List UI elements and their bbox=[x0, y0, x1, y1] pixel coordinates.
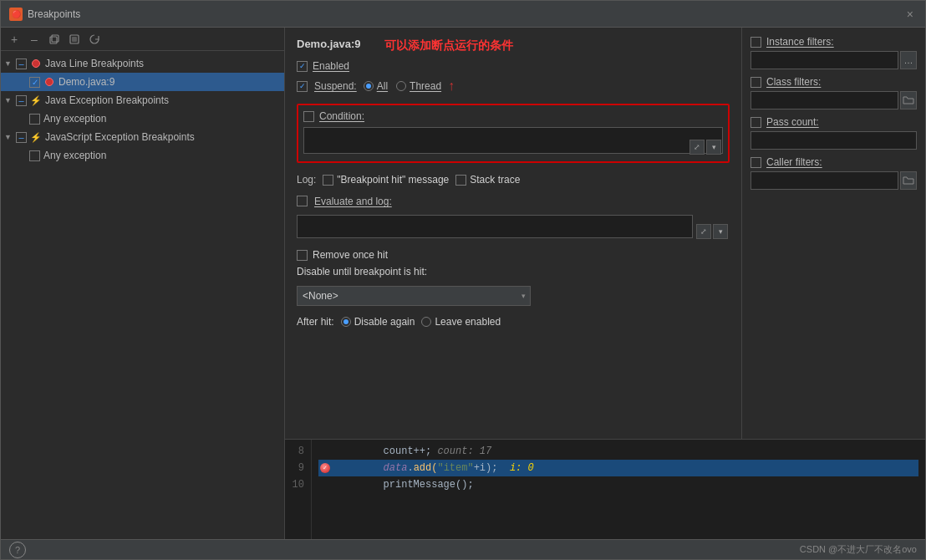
code-string: "item" bbox=[437, 460, 473, 476]
close-button[interactable]: × bbox=[903, 8, 917, 21]
disable-again-item[interactable]: Disable again bbox=[341, 316, 415, 328]
tree-item[interactable]: Any exception bbox=[1, 146, 284, 165]
eval-checkbox[interactable] bbox=[297, 196, 308, 206]
suspend-checkbox[interactable] bbox=[297, 81, 308, 92]
line-numbers: 8 9 10 bbox=[285, 440, 312, 539]
instance-filters-label: Instance filters: bbox=[766, 36, 834, 48]
disable-until-row: Disable until breakpoint is hit: bbox=[297, 266, 730, 277]
bp-indicator-empty bbox=[318, 478, 332, 491]
class-filters-group: Class filters: bbox=[750, 76, 917, 109]
suspend-label: Suspend: bbox=[314, 80, 357, 92]
class-filters-folder-button[interactable] bbox=[900, 91, 917, 109]
caller-filters-folder-button[interactable] bbox=[900, 171, 917, 190]
item-checkbox[interactable] bbox=[29, 114, 40, 125]
log-message-checkbox[interactable] bbox=[323, 175, 333, 186]
line-number: 8 bbox=[292, 443, 304, 460]
code-method: add( bbox=[414, 460, 438, 476]
thread-radio[interactable] bbox=[396, 81, 406, 91]
eval-label: Evaluate and log: bbox=[314, 196, 392, 207]
remove-button[interactable]: – bbox=[26, 31, 43, 48]
instance-filters-group: Instance filters: … bbox=[750, 36, 917, 69]
class-filters-header: Class filters: bbox=[750, 76, 917, 88]
condition-input[interactable] bbox=[303, 127, 723, 154]
add-button[interactable]: + bbox=[6, 31, 23, 48]
left-panel: + – ▼ bbox=[1, 28, 285, 539]
paste-button[interactable] bbox=[66, 31, 83, 48]
log-stack-item: Stack trace bbox=[455, 174, 520, 186]
code-concat: +i); bbox=[474, 460, 510, 476]
code-area: 8 9 10 count++; count: 17 bbox=[285, 439, 925, 539]
bp-indicator: ✓ bbox=[318, 461, 332, 475]
bp-indicator-empty bbox=[318, 445, 332, 458]
dropdown-button[interactable]: ▾ bbox=[706, 140, 721, 155]
remove-once-label: Remove once hit bbox=[313, 249, 388, 261]
all-radio[interactable] bbox=[364, 81, 374, 91]
group-checkbox[interactable] bbox=[16, 132, 27, 143]
help-button[interactable]: ? bbox=[9, 542, 26, 558]
caller-filters-checkbox[interactable] bbox=[750, 157, 761, 168]
leave-enabled-label: Leave enabled bbox=[435, 316, 501, 328]
class-filters-input[interactable] bbox=[750, 91, 898, 109]
tree-item[interactable]: ▼ Java Line Breakpoints bbox=[1, 54, 284, 73]
enabled-checkbox[interactable] bbox=[297, 61, 308, 72]
tree-item[interactable]: ▼ ⚡ Java Exception Breakpoints bbox=[1, 91, 284, 109]
tree-item-label: Any exception bbox=[43, 150, 106, 161]
class-filters-checkbox[interactable] bbox=[750, 77, 761, 88]
all-radio-item[interactable]: All bbox=[364, 80, 388, 92]
restore-button[interactable] bbox=[86, 31, 103, 48]
instance-filters-input[interactable] bbox=[750, 51, 898, 69]
status-bar: ? CSDN @不进大厂不改名ovo bbox=[1, 539, 925, 559]
log-stack-checkbox[interactable] bbox=[455, 175, 466, 186]
right-form: Demo.java:9 可以添加断点运行的条件 Enabled Suspend: bbox=[285, 28, 741, 439]
condition-box: Condition: ⤢ ▾ bbox=[297, 104, 730, 163]
caller-filters-header: Caller filters: bbox=[750, 156, 917, 168]
group-checkbox[interactable] bbox=[16, 95, 27, 106]
dialog-title: Breakpoints bbox=[28, 8, 80, 20]
item-checkbox[interactable] bbox=[29, 150, 40, 161]
disable-until-dropdown[interactable]: <None> bbox=[297, 286, 531, 306]
filters-panel: Instance filters: … Class filters: bbox=[741, 28, 925, 439]
instance-filters-checkbox[interactable] bbox=[750, 37, 761, 48]
after-hit-row: After hit: Disable again Leave enabled bbox=[297, 316, 730, 328]
code-line: printMessage(); bbox=[318, 476, 918, 493]
code-line-highlighted: ✓ data . add( "item" +i); i: 0 bbox=[318, 460, 918, 476]
pass-count-input[interactable] bbox=[750, 131, 917, 150]
eval-dropdown-button[interactable]: ▾ bbox=[713, 224, 728, 239]
code-text bbox=[335, 460, 384, 476]
detail-title-row: Demo.java:9 可以添加断点运行的条件 bbox=[297, 38, 730, 53]
chevron-icon: ▼ bbox=[4, 59, 14, 68]
app-icon: 🔴 bbox=[9, 8, 23, 21]
title-bar-left: 🔴 Breakpoints bbox=[9, 8, 80, 21]
instance-filters-input-row: … bbox=[750, 51, 917, 69]
condition-textarea-row: ⤢ ▾ bbox=[303, 127, 723, 156]
right-main: Demo.java:9 可以添加断点运行的条件 Enabled Suspend: bbox=[285, 28, 925, 539]
breakpoints-dialog: 🔴 Breakpoints × + – bbox=[0, 0, 926, 560]
leave-enabled-item[interactable]: Leave enabled bbox=[421, 316, 501, 328]
leave-enabled-radio[interactable] bbox=[421, 317, 431, 327]
eval-expand-button[interactable]: ⤢ bbox=[696, 224, 711, 239]
disable-again-radio[interactable] bbox=[341, 317, 351, 327]
eval-input[interactable] bbox=[297, 215, 693, 238]
tree-item-label: Demo.java:9 bbox=[59, 76, 114, 88]
tree-item[interactable]: ▼ ⚡ JavaScript Exception Breakpoints bbox=[1, 128, 284, 146]
code-debug-value: i: 0 bbox=[510, 460, 534, 476]
tree-item[interactable]: Demo.java:9 bbox=[1, 73, 284, 91]
instance-filters-folder-button[interactable]: … bbox=[900, 51, 917, 69]
caller-filters-input[interactable] bbox=[750, 171, 898, 190]
log-checkboxes: "Breakpoint hit" message Stack trace bbox=[323, 174, 520, 186]
line-number: 9 bbox=[292, 460, 304, 476]
pass-count-header: Pass count: bbox=[750, 116, 917, 128]
condition-textarea-buttons: ⤢ ▾ bbox=[689, 140, 721, 155]
remove-once-checkbox[interactable] bbox=[297, 250, 308, 261]
thread-radio-item[interactable]: Thread ↑ bbox=[396, 79, 455, 94]
expand-button[interactable]: ⤢ bbox=[689, 140, 705, 155]
breakpoint-check: ✓ bbox=[323, 460, 328, 476]
group-checkbox[interactable] bbox=[16, 59, 27, 69]
pass-count-checkbox[interactable] bbox=[750, 117, 761, 128]
condition-checkbox[interactable] bbox=[303, 111, 314, 122]
tree-item-label: Java Exception Breakpoints bbox=[45, 94, 169, 106]
remove-once-row: Remove once hit bbox=[297, 249, 730, 261]
tree-item[interactable]: Any exception bbox=[1, 109, 284, 128]
copy-button[interactable] bbox=[46, 31, 63, 48]
item-checkbox[interactable] bbox=[29, 77, 40, 88]
